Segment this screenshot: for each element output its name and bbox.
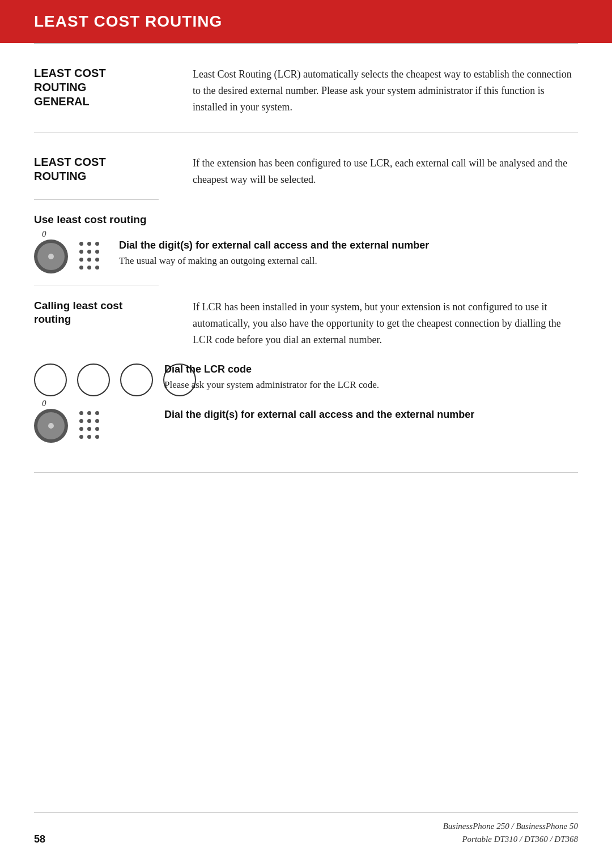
footer: 58 BusinessPhone 250 / BusinessPhone 50 … [34, 813, 578, 845]
calling-step-2-text: Dial the digit(s) for external call acce… [164, 409, 578, 423]
calling-phone-icon: 0 [34, 409, 147, 443]
section-lcr: LEAST COST ROUTING If the extension has … [34, 132, 578, 194]
calling-body: If LCR has been installed in your system… [193, 299, 578, 348]
section-lcr-label: LEAST COST ROUTING [34, 155, 193, 188]
lcr-circle-1 [34, 364, 67, 396]
section-use-lcr: Use least cost routing 0 [34, 200, 578, 285]
page-number: 58 [34, 833, 45, 845]
section-lcr-body: If the extension has been configured to … [193, 155, 578, 188]
zero-label-2: 0 [42, 399, 46, 408]
keypad-1 [79, 242, 101, 271]
use-lcr-text: Dial the digit(s) for external call acce… [119, 240, 578, 268]
calling-step-1-text: Dial the LCR code Please ask your system… [164, 364, 578, 392]
main-content: LEAST COST ROUTING GENERAL Least Cost Ro… [0, 44, 612, 473]
lcr-circle-3 [120, 364, 153, 396]
use-lcr-icon-col: 0 [34, 240, 96, 273]
zero-label-1: 0 [42, 229, 46, 239]
lcr-circles-icon [34, 364, 147, 396]
use-lcr-content: 0 [34, 240, 578, 273]
calling-step-2: 0 [34, 409, 578, 443]
calling-header: Calling least cost routing If LCR has be… [34, 299, 578, 348]
phone-icon-1 [34, 240, 68, 273]
footer-brand: BusinessPhone 250 / BusinessPhone 50 Por… [443, 820, 578, 845]
phone-icon-2 [34, 409, 68, 443]
section-general-label: LEAST COST ROUTING GENERAL [34, 66, 193, 115]
section-general-body: Least Cost Routing (LCR) automatically s… [193, 66, 578, 115]
page-title: LEAST COST ROUTING [34, 12, 222, 30]
lcr-circle-2 [77, 364, 110, 396]
section-general: LEAST COST ROUTING GENERAL Least Cost Ro… [34, 44, 578, 132]
page: LEAST COST ROUTING LEAST COST ROUTING GE… [0, 0, 612, 868]
calling-steps: Dial the LCR code Please ask your system… [34, 364, 578, 455]
header-bar: LEAST COST ROUTING [0, 0, 612, 43]
use-lcr-label: Use least cost routing [34, 213, 578, 226]
calling-label: Calling least cost routing [34, 299, 193, 348]
calling-step-1: Dial the LCR code Please ask your system… [34, 364, 578, 396]
section-calling-lcr: Calling least cost routing If LCR has be… [34, 285, 578, 473]
keypad-2 [79, 411, 101, 441]
